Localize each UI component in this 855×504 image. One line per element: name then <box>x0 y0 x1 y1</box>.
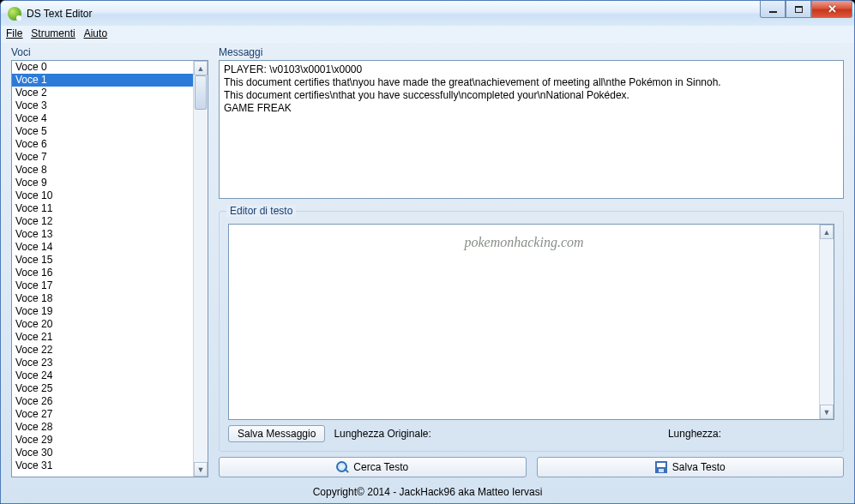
voci-item[interactable]: Voce 17 <box>12 279 193 292</box>
footer-copyright: Copyright© 2014 - JackHack96 aka Matteo … <box>1 483 854 503</box>
voci-item[interactable]: Voce 14 <box>12 241 193 254</box>
save-message-button[interactable]: Salva Messaggio <box>228 425 325 442</box>
editor-footer-row: Salva Messaggio Lunghezza Originale: Lun… <box>228 420 834 442</box>
voci-item[interactable]: Voce 30 <box>12 447 193 459</box>
voci-item[interactable]: Voce 7 <box>12 151 193 164</box>
bottom-buttons: Cerca Testo Salva Testo <box>219 452 844 477</box>
voci-item[interactable]: Voce 26 <box>12 395 193 408</box>
editor-scroll-track[interactable] <box>820 239 834 405</box>
messaggi-label: Messaggi <box>219 46 844 58</box>
menubar: File Strumenti Aiuto <box>1 26 854 43</box>
voci-item[interactable]: Voce 5 <box>12 125 193 138</box>
search-text-button[interactable]: Cerca Testo <box>219 457 527 477</box>
scroll-down-button[interactable]: ▼ <box>194 462 208 477</box>
menu-file[interactable]: File <box>6 27 22 43</box>
window-controls: ✕ <box>760 1 852 18</box>
app-window: DS Text Editor ✕ File Strumenti Aiuto Vo… <box>0 0 855 504</box>
voci-list-inner: Voce 0Voce 1Voce 2Voce 3Voce 4Voce 5Voce… <box>12 61 193 477</box>
voci-item[interactable]: Voce 21 <box>12 331 193 344</box>
watermark-text: pokemonhacking.com <box>464 235 583 250</box>
voci-item[interactable]: Voce 11 <box>12 202 193 215</box>
text-editor-inner[interactable]: pokemonhacking.com <box>229 225 819 419</box>
window-title: DS Text Editor <box>27 8 92 20</box>
messaggi-box[interactable]: PLAYER: \v0103\x0001\x0000 This document… <box>219 60 844 199</box>
save-text-button[interactable]: Salva Testo <box>537 457 845 477</box>
voci-item[interactable]: Voce 18 <box>12 292 193 305</box>
editor-scroll-down[interactable]: ▼ <box>820 405 834 419</box>
voci-item[interactable]: Voce 13 <box>12 228 193 241</box>
voci-item[interactable]: Voce 28 <box>12 421 193 434</box>
voci-item[interactable]: Voce 2 <box>12 87 193 99</box>
voci-item[interactable]: Voce 25 <box>12 382 193 395</box>
voci-item[interactable]: Voce 31 <box>12 459 193 472</box>
app-icon <box>8 7 21 21</box>
voci-scrollbar[interactable]: ▲ ▼ <box>193 61 208 477</box>
scroll-track[interactable] <box>194 75 208 462</box>
voci-item[interactable]: Voce 27 <box>12 408 193 421</box>
length-original-label: Lunghezza Originale: <box>334 428 431 440</box>
right-panel: Messaggi PLAYER: \v0103\x0001\x0000 This… <box>219 46 844 477</box>
scroll-up-button[interactable]: ▲ <box>194 61 208 75</box>
voci-item[interactable]: Voce 15 <box>12 254 193 267</box>
menu-tools[interactable]: Strumenti <box>31 27 75 43</box>
voci-item[interactable]: Voce 12 <box>12 215 193 228</box>
titlebar[interactable]: DS Text Editor ✕ <box>1 1 854 26</box>
voci-item[interactable]: Voce 10 <box>12 189 193 202</box>
voci-item[interactable]: Voce 1 <box>12 74 193 87</box>
voci-label: Voci <box>11 46 208 58</box>
voci-item[interactable]: Voce 4 <box>12 112 193 125</box>
editor-scroll-up[interactable]: ▲ <box>820 225 834 239</box>
minimize-button[interactable] <box>760 1 786 18</box>
menu-help[interactable]: Aiuto <box>84 27 107 43</box>
voci-listbox[interactable]: Voce 0Voce 1Voce 2Voce 3Voce 4Voce 5Voce… <box>11 60 208 477</box>
text-editor[interactable]: pokemonhacking.com ▲ ▼ <box>228 224 834 420</box>
voci-item[interactable]: Voce 20 <box>12 318 193 331</box>
editor-group: Editor di testo pokemonhacking.com ▲ ▼ S… <box>219 211 844 452</box>
voci-item[interactable]: Voce 8 <box>12 164 193 177</box>
voci-item[interactable]: Voce 22 <box>12 344 193 357</box>
voci-item[interactable]: Voce 16 <box>12 267 193 279</box>
scroll-thumb[interactable] <box>195 75 207 110</box>
close-button[interactable]: ✕ <box>811 1 852 18</box>
voci-item[interactable]: Voce 6 <box>12 138 193 151</box>
voci-item[interactable]: Voce 29 <box>12 434 193 447</box>
content-area: Voci Voce 0Voce 1Voce 2Voce 3Voce 4Voce … <box>1 43 854 483</box>
maximize-button[interactable] <box>786 1 811 18</box>
voci-panel: Voci Voce 0Voce 1Voce 2Voce 3Voce 4Voce … <box>11 46 208 477</box>
voci-item[interactable]: Voce 3 <box>12 99 193 112</box>
voci-item[interactable]: Voce 0 <box>12 61 193 74</box>
voci-item[interactable]: Voce 9 <box>12 177 193 189</box>
editor-scrollbar[interactable]: ▲ ▼ <box>819 225 834 419</box>
voci-item[interactable]: Voce 19 <box>12 305 193 318</box>
editor-group-title: Editor di testo <box>226 205 296 217</box>
voci-item[interactable]: Voce 24 <box>12 369 193 382</box>
search-icon <box>336 461 348 473</box>
save-icon <box>655 461 667 473</box>
voci-item[interactable]: Voce 23 <box>12 357 193 369</box>
length-label: Lunghezza: <box>668 428 721 440</box>
